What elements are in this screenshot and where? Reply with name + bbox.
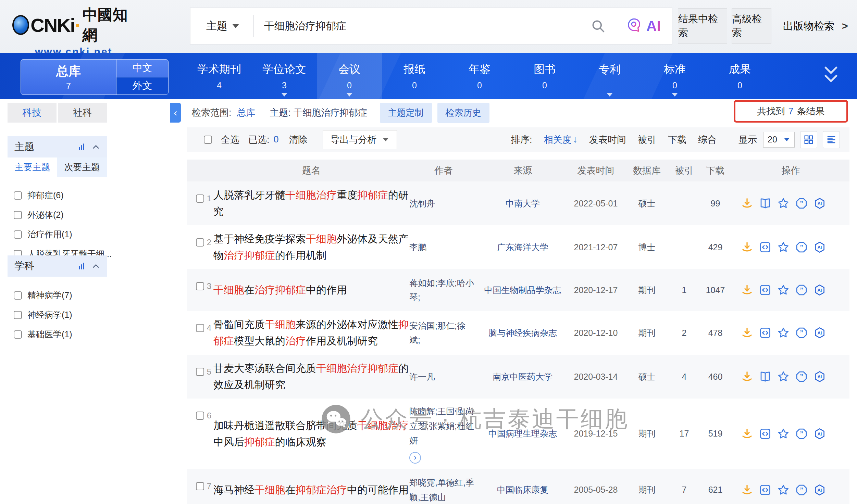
result-source-link[interactable]: 南京中医药大学 [478, 371, 568, 382]
clear-selection-button[interactable]: 清除 [289, 134, 308, 146]
collapse-chevron-up-icon[interactable] [92, 143, 100, 151]
search-history-button[interactable]: 检索历史 [437, 103, 489, 123]
result-source-link[interactable]: 脑与神经疾病杂志 [478, 327, 568, 339]
page-size-select[interactable]: 20 [763, 132, 795, 148]
download-icon[interactable] [741, 484, 753, 496]
authors-text[interactable]: 蒋如如;李欣;哈小琴; [409, 278, 474, 302]
html-icon[interactable] [759, 241, 771, 253]
export-analyze-button[interactable]: 导出与分析 [323, 130, 397, 149]
ai-search-button[interactable]: AI [613, 8, 672, 44]
row-checkbox[interactable] [196, 368, 204, 376]
download-icon[interactable] [741, 284, 753, 296]
nav-item-学位论文[interactable]: 学位论文3 [252, 53, 317, 99]
tab-foreign[interactable]: 外文 [116, 77, 168, 95]
nav-item-学术期刊[interactable]: 学术期刊4 [187, 53, 252, 99]
row-checkbox[interactable] [196, 238, 204, 247]
nav-item-会议[interactable]: 会议0 [317, 53, 382, 99]
topic-item[interactable]: 抑郁症(6) [14, 190, 107, 201]
advanced-search-button[interactable]: 高级检索 [732, 8, 771, 44]
nav-item-专利[interactable]: 专利 [577, 53, 642, 99]
result-source-link[interactable]: 中国生物制品学杂志 [478, 285, 568, 296]
sort-option-发表时间[interactable]: 发表时间 [589, 134, 626, 146]
authors-text[interactable]: 李鹏 [409, 242, 426, 252]
ai-icon[interactable]: AI [813, 428, 826, 440]
result-title-link[interactable]: 人脱落乳牙牙髓干细胞治疗重度抑郁症的研究 [213, 187, 409, 220]
row-checkbox[interactable] [196, 482, 204, 490]
html-icon[interactable] [759, 428, 771, 440]
nav-item-标准[interactable]: 标准0 [642, 53, 707, 99]
authors-text[interactable]: 沈钊舟 [409, 199, 435, 208]
star-icon[interactable] [777, 284, 790, 296]
result-title-link[interactable]: 海马神经干细胞在抑郁症治疗中的可能作用 [213, 482, 409, 498]
quote-icon[interactable]: ” [795, 284, 808, 296]
checkbox[interactable] [14, 311, 22, 319]
scope-value-link[interactable]: 总库 [237, 106, 256, 119]
ai-icon[interactable]: AI [813, 327, 826, 339]
sort-option-下载[interactable]: 下载 [668, 134, 686, 146]
ai-icon[interactable]: AI [813, 484, 826, 496]
nav-item-年鉴[interactable]: 年鉴0 [447, 53, 512, 99]
collapse-chevron-up-icon[interactable] [92, 262, 100, 270]
subtab-secondary-topic[interactable]: 次要主题 [57, 158, 107, 177]
search-button[interactable] [583, 8, 613, 44]
html-icon[interactable] [759, 484, 771, 496]
sidebar-tab-sheke[interactable]: 社科 [58, 103, 107, 123]
result-source-link[interactable]: 中南大学 [478, 198, 568, 209]
row-checkbox[interactable] [196, 324, 204, 332]
result-title-link[interactable]: 骨髓间充质干细胞来源的外泌体对应激性抑郁症模型大鼠的治疗作用及机制研究 [213, 316, 409, 349]
ai-icon[interactable]: AI [813, 197, 826, 210]
subject-item[interactable]: 基础医学(1) [14, 329, 107, 340]
ai-icon[interactable]: AI [813, 370, 826, 383]
row-checkbox[interactable] [196, 194, 204, 203]
nav-item-图书[interactable]: 图书0 [512, 53, 577, 99]
topic-customize-button[interactable]: 主题定制 [380, 103, 432, 123]
authors-text[interactable]: 许一凡 [409, 372, 435, 381]
bar-chart-icon[interactable] [78, 262, 86, 270]
download-icon[interactable] [741, 327, 753, 339]
quote-icon[interactable]: ” [795, 327, 808, 339]
star-icon[interactable] [777, 327, 790, 339]
book-icon[interactable] [759, 197, 771, 210]
topic-item[interactable]: 治疗作用(1) [14, 229, 107, 240]
result-title-link[interactable]: 干细胞在治疗抑郁症中的作用 [213, 282, 409, 298]
result-source-link[interactable]: 中国临床康复 [478, 484, 568, 495]
html-icon[interactable] [759, 284, 771, 296]
row-checkbox[interactable] [196, 412, 204, 420]
checkbox[interactable] [14, 191, 22, 200]
subject-item[interactable]: 神经病学(1) [14, 309, 107, 320]
result-source-link[interactable]: 中国病理生理杂志 [478, 428, 568, 439]
select-all-label[interactable]: 全选 [221, 134, 239, 146]
checkbox[interactable] [14, 230, 22, 239]
star-icon[interactable] [777, 428, 790, 440]
bar-chart-icon[interactable] [78, 143, 86, 151]
quote-icon[interactable]: ” [795, 484, 808, 496]
star-icon[interactable] [777, 197, 790, 210]
quote-icon[interactable]: ” [795, 370, 808, 383]
nav-item-zongku[interactable]: 总库 7 [21, 60, 116, 94]
download-icon[interactable] [741, 197, 753, 210]
download-icon[interactable] [741, 370, 753, 383]
quote-icon[interactable]: ” [795, 428, 808, 440]
html-icon[interactable] [759, 327, 771, 339]
grid-view-button[interactable] [800, 131, 817, 148]
checkbox[interactable] [14, 291, 22, 300]
nav-more-button[interactable] [819, 65, 843, 88]
checkbox[interactable] [14, 211, 22, 219]
authors-text[interactable]: 安治国;那仁;徐斌; [409, 321, 465, 345]
result-source-link[interactable]: 广东海洋大学 [478, 242, 568, 253]
download-icon[interactable] [741, 241, 753, 253]
sidebar-tab-keji[interactable]: 科技 [8, 103, 57, 123]
select-all-checkbox[interactable] [204, 136, 212, 144]
subtab-primary-topic[interactable]: 主要主题 [8, 158, 57, 177]
search-field-dropdown[interactable]: 主题 [190, 19, 253, 33]
topic-item[interactable]: 外泌体(2) [14, 209, 107, 220]
ai-icon[interactable]: AI [813, 284, 826, 296]
download-icon[interactable] [741, 428, 753, 440]
star-icon[interactable] [777, 370, 790, 383]
nav-item-报纸[interactable]: 报纸0 [382, 53, 447, 99]
sort-option-被引[interactable]: 被引 [638, 134, 656, 146]
expand-authors-button[interactable]: › [409, 452, 421, 464]
book-icon[interactable] [759, 370, 771, 383]
tab-chinese[interactable]: 中文 [116, 60, 168, 77]
checkbox[interactable] [14, 330, 22, 339]
